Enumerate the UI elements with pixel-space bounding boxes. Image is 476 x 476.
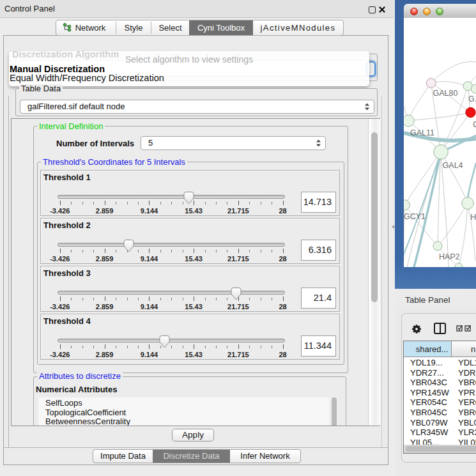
svg-text:GCY1: GCY1 — [404, 212, 426, 221]
svg-text:GAL4: GAL4 — [443, 161, 463, 170]
svg-text:HAP2: HAP2 — [439, 252, 460, 261]
svg-text:H: H — [470, 213, 476, 222]
svg-text:C: C — [473, 120, 476, 129]
svg-text:GAL11: GAL11 — [410, 128, 434, 137]
svg-text:G.: G. — [468, 95, 476, 104]
svg-text:GAL80: GAL80 — [433, 89, 458, 98]
